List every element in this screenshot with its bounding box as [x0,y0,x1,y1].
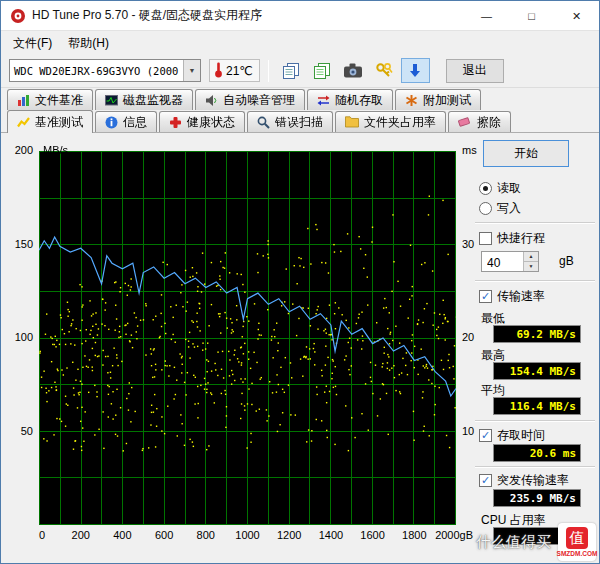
watermark-text: 什么值得买 [476,533,551,552]
y-left-tick: 200 [5,144,33,156]
x-axis-tick: 400 [113,529,131,541]
tab-erase[interactable]: 擦除 [448,111,511,132]
x-axis-tick: 1000 [235,529,259,541]
y-left-unit: MB/s [43,144,68,156]
copy-screenshot-button[interactable] [277,58,306,83]
checkbox-box [479,474,492,487]
close-button[interactable]: ✕ [554,1,599,31]
radio-dot [479,182,492,195]
panel-divider [475,420,595,422]
tab-label: 附加测试 [423,92,471,109]
arrow-down-icon [408,63,422,79]
avg-value: 116.4 MB/s [493,397,581,415]
short-stroke-label: 快捷行程 [497,230,545,247]
maximize-button[interactable]: □ [509,1,554,31]
window-controls: — □ ✕ [464,1,599,31]
short-stroke-spinner: ▲ ▼ [481,251,539,272]
x-axis-tick: 200 [72,529,90,541]
file-benchmark-icon [17,94,30,107]
chevron-down-icon: ▼ [183,60,200,81]
folder-icon [345,116,359,128]
save-screenshot-button[interactable] [401,58,430,83]
speaker-icon [205,94,218,107]
info-icon [105,116,118,129]
titlebar: HD Tune Pro 5.70 - 硬盘/固态硬盘实用程序 — □ ✕ [1,1,599,31]
x-axis-tick: 600 [155,529,173,541]
tab-extra-tests[interactable]: 附加测试 [395,89,481,110]
tab-row-1: 文件基准 磁盘监视器 自动噪音管理 随机存取 附加测试 [7,89,483,110]
min-value: 69.2 MB/s [493,325,581,343]
tab-label: 文件基准 [35,92,83,109]
disk-monitor-icon [105,94,118,107]
tab-random-access[interactable]: 随机存取 [307,89,393,110]
extra-tests-icon [405,94,418,107]
access-time-label: 存取时间 [497,427,545,444]
keys-icon [376,63,393,78]
panel-divider [475,466,595,468]
checkbox-box [479,429,492,442]
tab-disk-monitor[interactable]: 磁盘监视器 [95,89,193,110]
tab-info[interactable]: 信息 [95,111,157,132]
start-button[interactable]: 开始 [483,140,569,167]
registration-keys-button[interactable] [370,58,399,83]
menu-bar: 文件(F) 帮助(H) [1,32,599,54]
toolbar: WDC WD20EJRX-69G3VYO (2000 gB) ▼ 21℃ 退出 [1,54,599,88]
smzdm-site-label: SMZDM.COM [557,550,598,557]
short-stroke-checkbox[interactable]: 快捷行程 [479,230,545,247]
pages-green-icon [314,63,330,79]
tab-file-benchmark[interactable]: 文件基准 [7,89,93,110]
x-axis-tick: 1800 [402,529,426,541]
tab-health[interactable]: 健康状态 [159,111,245,132]
tab-label: 基准测试 [35,114,83,131]
burst-rate-label: 突发传输速率 [497,472,569,489]
access-time-value: 20.6 ms [493,444,581,462]
chart-area: 20015010050MB/sms30201002004006008001000… [1,132,471,564]
short-stroke-unit: gB [559,254,574,268]
burst-rate-checkbox[interactable]: 突发传输速率 [479,472,569,489]
access-time-checkbox[interactable]: 存取时间 [479,427,545,444]
tab-benchmark[interactable]: 基准测试 [7,110,93,133]
drive-select-value: WDC WD20EJRX-69G3VYO (2000 gB) [10,65,200,77]
max-value: 154.4 MB/s [493,362,581,380]
hd-tune-window: HD Tune Pro 5.70 - 硬盘/固态硬盘实用程序 — □ ✕ 文件(… [0,0,600,564]
spin-up-icon[interactable]: ▲ [524,252,538,261]
window-title: HD Tune Pro 5.70 - 硬盘/固态硬盘实用程序 [32,7,262,24]
tab-row-2: 基准测试 信息 健康状态 错误扫描 文件夹占用率 擦除 [7,110,513,132]
minimize-button[interactable]: — [464,1,509,31]
menu-help[interactable]: 帮助(H) [60,33,117,54]
exit-button[interactable]: 退出 [446,59,504,83]
benchmark-chart [39,151,456,525]
tab-label: 健康状态 [187,114,235,131]
tab-label: 错误扫描 [275,114,323,131]
tab-label: 文件夹占用率 [364,114,436,131]
smzdm-logo: 值 SMZDM.COM [558,523,596,561]
transfer-rate-checkbox[interactable]: 传输速率 [479,288,545,305]
drive-select[interactable]: WDC WD20EJRX-69G3VYO (2000 gB) ▼ [9,59,201,82]
camera-button[interactable] [339,58,368,83]
short-stroke-input[interactable] [482,252,522,271]
temperature-value: 21℃ [226,64,253,78]
write-radio[interactable]: 写入 [479,200,521,217]
tab-error-scan[interactable]: 错误扫描 [247,111,333,132]
spin-down-icon[interactable]: ▼ [524,261,538,271]
pages-icon [283,63,299,79]
tab-folder-usage[interactable]: 文件夹占用率 [335,111,446,132]
camera-icon [344,63,362,78]
copy-text-button[interactable] [308,58,337,83]
burst-rate-value: 235.9 MB/s [493,489,581,507]
smzdm-watermark: 什么值得买 值 SMZDM.COM [476,523,596,561]
thermometer-icon [214,61,223,81]
app-icon [10,8,26,24]
y-left-tick: 50 [5,425,33,437]
toolbar-separator [268,60,269,82]
read-radio[interactable]: 读取 [479,180,521,197]
tab-auto-acoustic[interactable]: 自动噪音管理 [195,89,305,110]
spinner-buttons: ▲ ▼ [523,252,538,271]
x-axis-tick: 1200 [277,529,301,541]
write-label: 写入 [497,200,521,217]
eraser-icon [458,116,472,128]
health-cross-icon [169,116,182,129]
checkbox-box [479,232,492,245]
y-left-tick: 150 [5,238,33,250]
menu-file[interactable]: 文件(F) [5,33,60,54]
